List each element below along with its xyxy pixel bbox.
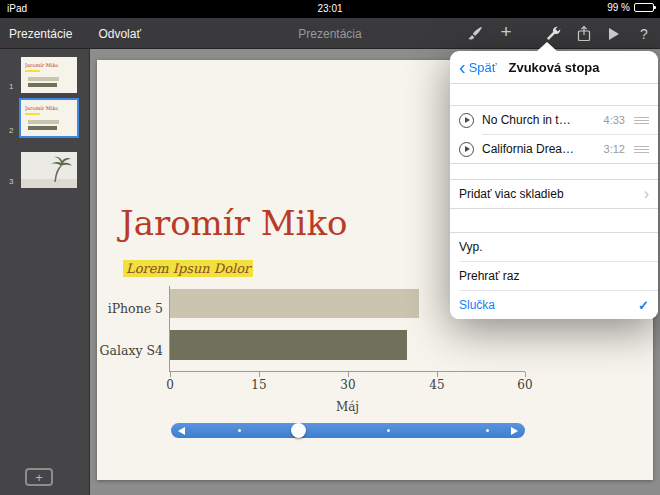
chart-category-label: iPhone 5 [99,301,163,316]
tools-wrench-icon[interactable] [546,26,561,41]
chart-bar-iphone5 [170,289,419,318]
undo-button[interactable]: Odvolať [98,27,141,41]
clock: 23:01 [0,3,660,14]
axis-tick [348,372,349,377]
slide-thumbnail-3[interactable] [21,152,77,188]
popover-title: Zvuková stopa [508,60,599,75]
soundtrack-popover: ‹ Späť Zvuková stopa No Church in t… 4:3… [450,42,658,319]
scrubber-right-arrow-icon[interactable] [511,427,518,435]
track-row[interactable]: No Church in t… 4:33 [450,106,658,134]
reorder-handle-icon[interactable] [634,117,649,124]
play-track-icon[interactable] [459,142,474,157]
presentations-button[interactable]: Prezentácie [9,27,72,41]
add-object-button[interactable]: + [499,21,513,43]
axis-tick-label: 45 [429,378,444,392]
help-button[interactable]: ? [637,26,651,42]
track-name: No Church in t… [482,113,604,127]
play-presentation-button[interactable] [607,28,621,40]
reorder-handle-icon[interactable] [634,146,649,153]
axis-tick-label: 60 [517,378,532,392]
battery-percent: 99 % [607,2,630,13]
add-slide-button[interactable]: + [25,468,53,486]
slide-thumbnail-2-selected[interactable]: Jaromír Miko [21,100,77,136]
back-button[interactable]: ‹ Späť [459,60,497,75]
chart-bar-galaxys4 [170,330,407,360]
slide-navigator: 1 Jaromír Miko 2 Jaromír Miko 3 + [0,49,90,495]
add-more-label: Pridať viac skladieb [459,187,644,201]
track-duration: 4:33 [604,114,625,126]
battery-icon [634,3,654,12]
mini-slide-subtitle [25,113,40,115]
play-track-icon[interactable] [459,113,474,128]
add-more-songs-row[interactable]: Pridať viac skladieb › [450,180,658,208]
section-spacer [450,209,658,232]
mini-chart-bar [28,83,57,87]
add-more-section: Pridať viac skladieb › [450,179,658,209]
track-list: No Church in t… 4:33 California Drea… 3:… [450,105,658,164]
keynote-app-window: iPad 23:01 99 % Prezentácie Odvolať Prez… [0,0,660,495]
format-brush-icon[interactable] [468,26,483,41]
playback-options: Vyp. Prehrať raz Slučka ✓ [450,232,658,319]
scrubber-dot [486,429,489,432]
mini-slide-subtitle [25,70,40,72]
axis-tick [170,372,171,377]
scrubber-dot [387,429,390,432]
palm-tree-photo [21,152,77,188]
axis-tick [259,372,260,377]
chevron-right-icon: › [644,189,649,199]
back-chevron-icon: ‹ [459,61,466,73]
option-play-once[interactable]: Prehrať raz [450,262,658,290]
slide-number: 2 [9,126,13,135]
battery-status: 99 % [607,2,654,13]
chart-scrubber[interactable] [171,423,525,438]
chart-category-label: Galaxy S4 [99,343,163,358]
axis-tick [437,372,438,377]
share-icon[interactable] [577,25,591,42]
slide-number: 3 [9,177,13,186]
axis-tick-label: 15 [251,378,266,392]
scrubber-knob[interactable] [291,423,306,438]
section-spacer [450,84,658,105]
section-spacer [450,164,658,179]
mini-chart-bar [28,77,59,81]
x-axis-label: Máj [170,400,525,414]
option-loop[interactable]: Slučka ✓ [450,291,658,319]
mini-slide-title: Jaromír Miko [25,62,58,68]
axis-tick [525,372,526,377]
scrubber-left-arrow-icon[interactable] [178,427,185,435]
mini-slide-title: Jaromír Miko [25,105,58,111]
slide-thumbnail-1[interactable]: Jaromír Miko [21,57,77,93]
slide-title-text[interactable]: Jaromír Miko [120,203,348,243]
mini-chart-bar [28,120,59,124]
axis-tick-label: 0 [166,378,174,392]
option-off[interactable]: Vyp. [450,233,658,261]
back-button-label: Späť [469,60,497,75]
checkmark-icon: ✓ [638,298,649,313]
track-name: California Drea… [482,142,604,156]
popover-header: ‹ Späť Zvuková stopa [450,51,658,84]
axis-tick-label: 30 [340,378,355,392]
mini-chart-bar [28,126,57,130]
slide-number: 1 [9,82,13,91]
scrubber-dot [238,429,241,432]
track-row[interactable]: California Drea… 3:12 [450,135,658,163]
track-duration: 3:12 [604,143,625,155]
status-bar: iPad 23:01 99 % [0,0,660,18]
slide-subtitle-text[interactable]: Lorem Ipsun Dolor [123,260,253,277]
